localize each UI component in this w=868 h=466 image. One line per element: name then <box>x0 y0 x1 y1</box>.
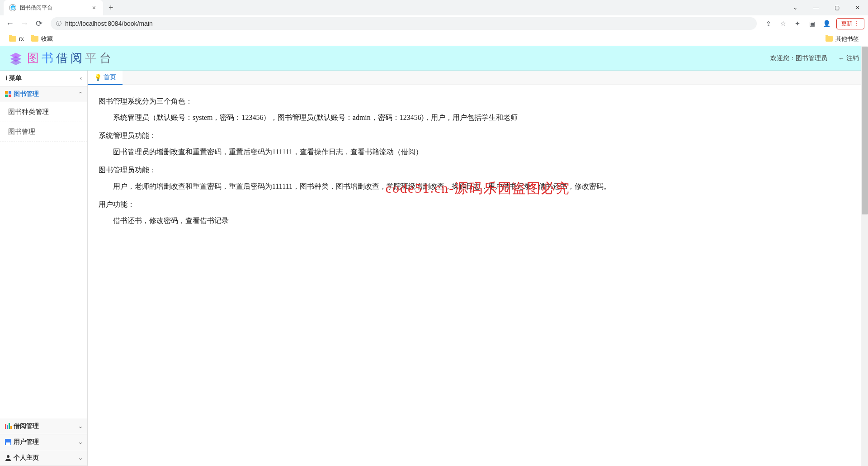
sidebar-group-books[interactable]: 图书管理 ⌃ <box>0 86 87 102</box>
svg-rect-7 <box>10 426 12 429</box>
chevron-down-icon: ⌄ <box>78 439 83 445</box>
bookmark-favorites[interactable]: 收藏 <box>28 33 57 45</box>
paragraph-roles-title: 图书管理系统分为三个角色： <box>99 94 857 109</box>
main-area: ⁞ 菜单 ‹ 图书管理 ⌃ 图书种类管理 图书管理 借阅管理 ⌄ 用户管理 ⌄ <box>0 71 868 466</box>
bookmark-other[interactable]: 其他书签 <box>822 33 863 45</box>
welcome-text: 欢迎您：图书管理员 <box>770 54 827 62</box>
profile-icon[interactable]: 👤 <box>820 17 833 30</box>
svg-rect-6 <box>9 423 10 429</box>
sidebar-item-book-manage[interactable]: 图书管理 <box>0 122 87 142</box>
scrollbar-thumb[interactable] <box>862 47 868 214</box>
content-body: 图书管理系统分为三个角色： 系统管理员（默认账号：system，密码：12345… <box>88 85 868 466</box>
info-icon: ⓘ <box>56 20 61 28</box>
logo-icon <box>9 52 23 65</box>
paragraph-librarian-detail: 用户，老师的增删改查和重置密码，重置后密码为111111，图书种类，图书增删改查… <box>99 179 857 194</box>
url-text: http://localhost:8084/book/main <box>65 20 751 27</box>
new-tab-button[interactable]: + <box>103 3 119 13</box>
back-button[interactable]: ← <box>4 17 16 30</box>
address-bar[interactable]: ⓘ http://localhost:8084/book/main <box>51 17 757 30</box>
window-dropdown-icon[interactable]: ⌄ <box>785 0 806 15</box>
bars-icon <box>5 423 12 430</box>
chevron-left-icon: ‹ <box>80 75 82 81</box>
tab-home[interactable]: 💡 首页 <box>88 71 123 85</box>
extensions-icon[interactable]: ✦ <box>791 17 804 30</box>
panel-icon[interactable]: ▣ <box>806 17 818 30</box>
tab-close-icon[interactable]: × <box>90 4 98 11</box>
star-icon[interactable]: ☆ <box>777 17 789 30</box>
sidebar-group-borrow[interactable]: 借阅管理 ⌄ <box>0 418 87 434</box>
globe-icon: 🌐 <box>9 4 16 11</box>
browser-tab[interactable]: 🌐 图书借阅平台 × <box>4 0 103 15</box>
svg-rect-0 <box>5 91 8 94</box>
svg-rect-1 <box>9 91 11 94</box>
svg-rect-2 <box>5 95 8 97</box>
window-controls: ⌄ — ▢ ✕ <box>785 0 868 15</box>
folder-icon <box>9 36 16 42</box>
bulb-icon: 💡 <box>94 74 102 81</box>
close-icon[interactable]: ✕ <box>847 0 868 15</box>
svg-point-10 <box>7 455 9 458</box>
paragraph-sysadmin-title: 系统管理员功能： <box>99 128 857 143</box>
scrollbar-vertical[interactable] <box>861 46 868 466</box>
bookmarks-bar: rx 收藏 其他书签 <box>0 32 868 46</box>
paragraph-roles-detail: 系统管理员（默认账号：system，密码：123456），图书管理员(默认账号：… <box>99 110 857 125</box>
browser-titlebar: 🌐 图书借阅平台 × + ⌄ — ▢ ✕ <box>0 0 868 15</box>
svg-rect-9 <box>6 442 10 445</box>
folder-icon <box>826 36 833 42</box>
chevron-down-icon: ⌄ <box>78 455 83 461</box>
app-title: 图书借阅平台 <box>27 50 114 66</box>
app-header: 图书借阅平台 欢迎您：图书管理员 ← 注销 <box>0 46 868 71</box>
svg-rect-3 <box>9 95 11 97</box>
browser-chrome: 🌐 图书借阅平台 × + ⌄ — ▢ ✕ ← → ⟳ ⓘ http://loca… <box>0 0 868 46</box>
bookmark-rx[interactable]: rx <box>5 33 28 44</box>
svg-rect-5 <box>7 425 8 429</box>
reload-button[interactable]: ⟳ <box>33 17 45 30</box>
kebab-icon: ⋮ <box>854 20 859 27</box>
update-button[interactable]: 更新 ⋮ <box>836 18 864 29</box>
chevron-down-icon: ⌄ <box>78 423 83 429</box>
grid-icon <box>5 90 12 98</box>
paragraph-user-detail: 借书还书，修改密码，查看借书记录 <box>99 214 857 228</box>
browser-toolbar: ← → ⟳ ⓘ http://localhost:8084/book/main … <box>0 15 868 32</box>
folder-icon <box>31 36 38 42</box>
chevron-up-icon: ⌃ <box>78 91 83 97</box>
logout-button[interactable]: ← 注销 <box>838 54 859 62</box>
svg-rect-4 <box>5 424 6 429</box>
content-tabs: 💡 首页 <box>88 71 868 85</box>
save-icon <box>5 438 12 446</box>
sidebar: ⁞ 菜单 ‹ 图书管理 ⌃ 图书种类管理 图书管理 借阅管理 ⌄ 用户管理 ⌄ <box>0 71 88 466</box>
forward-button[interactable]: → <box>18 17 31 30</box>
menu-header[interactable]: ⁞ 菜单 ‹ <box>0 71 87 86</box>
paragraph-user-title: 用户功能： <box>99 197 857 212</box>
user-icon <box>5 454 12 461</box>
minimize-icon[interactable]: — <box>806 0 826 15</box>
sidebar-group-users[interactable]: 用户管理 ⌄ <box>0 434 87 450</box>
paragraph-librarian-title: 图书管理员功能： <box>99 163 857 177</box>
share-icon[interactable]: ⇪ <box>762 17 775 30</box>
maximize-icon[interactable]: ▢ <box>826 0 847 15</box>
sidebar-group-profile[interactable]: 个人主页 ⌄ <box>0 450 87 466</box>
sidebar-item-book-category[interactable]: 图书种类管理 <box>0 102 87 122</box>
arrow-left-icon: ← <box>838 55 844 62</box>
paragraph-sysadmin-detail: 图书管理员的增删改查和重置密码，重置后密码为111111，查看操作日志，查看书籍… <box>99 145 857 159</box>
content: 💡 首页 图书管理系统分为三个角色： 系统管理员（默认账号：system，密码：… <box>88 71 868 466</box>
tab-title: 图书借阅平台 <box>20 4 90 12</box>
